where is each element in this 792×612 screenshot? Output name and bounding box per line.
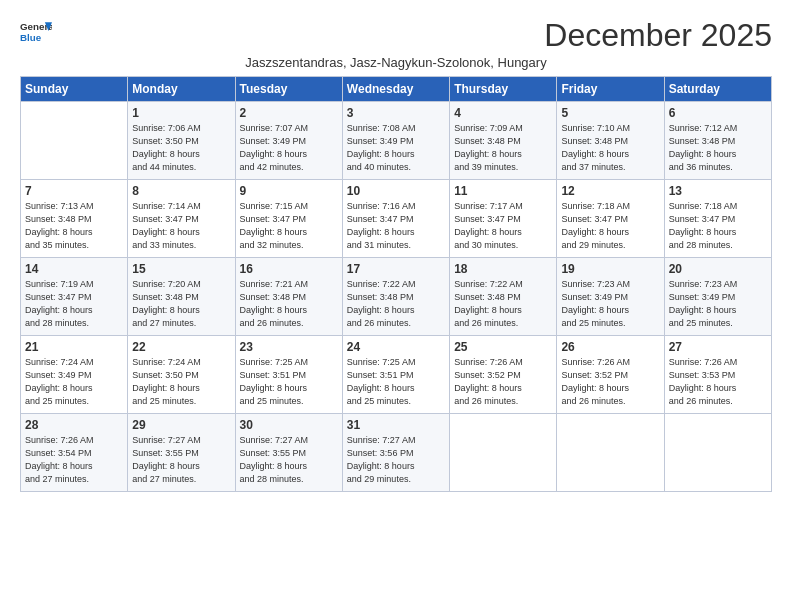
day-info: Sunrise: 7:08 AM Sunset: 3:49 PM Dayligh… [347,122,445,174]
calendar-cell: 6Sunrise: 7:12 AM Sunset: 3:48 PM Daylig… [664,102,771,180]
day-number: 2 [240,106,338,120]
day-info: Sunrise: 7:27 AM Sunset: 3:55 PM Dayligh… [240,434,338,486]
day-number: 29 [132,418,230,432]
calendar-cell: 26Sunrise: 7:26 AM Sunset: 3:52 PM Dayli… [557,336,664,414]
day-number: 24 [347,340,445,354]
calendar-week: 7Sunrise: 7:13 AM Sunset: 3:48 PM Daylig… [21,180,772,258]
calendar-cell: 2Sunrise: 7:07 AM Sunset: 3:49 PM Daylig… [235,102,342,180]
day-info: Sunrise: 7:16 AM Sunset: 3:47 PM Dayligh… [347,200,445,252]
header-day: Tuesday [235,77,342,102]
day-info: Sunrise: 7:25 AM Sunset: 3:51 PM Dayligh… [240,356,338,408]
day-number: 28 [25,418,123,432]
calendar-cell: 31Sunrise: 7:27 AM Sunset: 3:56 PM Dayli… [342,414,449,492]
day-number: 19 [561,262,659,276]
calendar-cell [557,414,664,492]
calendar-cell: 12Sunrise: 7:18 AM Sunset: 3:47 PM Dayli… [557,180,664,258]
calendar-week: 1Sunrise: 7:06 AM Sunset: 3:50 PM Daylig… [21,102,772,180]
day-number: 5 [561,106,659,120]
day-info: Sunrise: 7:15 AM Sunset: 3:47 PM Dayligh… [240,200,338,252]
calendar-cell: 3Sunrise: 7:08 AM Sunset: 3:49 PM Daylig… [342,102,449,180]
subtitle: Jaszszentandras, Jasz-Nagykun-Szolonok, … [20,55,772,70]
day-number: 14 [25,262,123,276]
day-number: 27 [669,340,767,354]
calendar-cell: 27Sunrise: 7:26 AM Sunset: 3:53 PM Dayli… [664,336,771,414]
calendar-cell: 19Sunrise: 7:23 AM Sunset: 3:49 PM Dayli… [557,258,664,336]
day-info: Sunrise: 7:07 AM Sunset: 3:49 PM Dayligh… [240,122,338,174]
calendar-cell [21,102,128,180]
calendar-cell: 21Sunrise: 7:24 AM Sunset: 3:49 PM Dayli… [21,336,128,414]
day-info: Sunrise: 7:18 AM Sunset: 3:47 PM Dayligh… [561,200,659,252]
day-number: 23 [240,340,338,354]
header: General Blue December 2025 [20,18,772,53]
calendar-cell [664,414,771,492]
day-number: 25 [454,340,552,354]
month-title: December 2025 [544,18,772,53]
header-day: Wednesday [342,77,449,102]
day-number: 11 [454,184,552,198]
calendar-cell: 20Sunrise: 7:23 AM Sunset: 3:49 PM Dayli… [664,258,771,336]
day-info: Sunrise: 7:26 AM Sunset: 3:54 PM Dayligh… [25,434,123,486]
day-number: 30 [240,418,338,432]
calendar-cell: 17Sunrise: 7:22 AM Sunset: 3:48 PM Dayli… [342,258,449,336]
day-info: Sunrise: 7:23 AM Sunset: 3:49 PM Dayligh… [669,278,767,330]
day-info: Sunrise: 7:10 AM Sunset: 3:48 PM Dayligh… [561,122,659,174]
logo: General Blue [20,18,52,46]
day-number: 3 [347,106,445,120]
day-number: 7 [25,184,123,198]
calendar-cell: 16Sunrise: 7:21 AM Sunset: 3:48 PM Dayli… [235,258,342,336]
svg-text:Blue: Blue [20,32,42,43]
day-number: 12 [561,184,659,198]
calendar-cell: 25Sunrise: 7:26 AM Sunset: 3:52 PM Dayli… [450,336,557,414]
header-day: Thursday [450,77,557,102]
day-info: Sunrise: 7:25 AM Sunset: 3:51 PM Dayligh… [347,356,445,408]
day-info: Sunrise: 7:27 AM Sunset: 3:55 PM Dayligh… [132,434,230,486]
day-number: 4 [454,106,552,120]
day-info: Sunrise: 7:21 AM Sunset: 3:48 PM Dayligh… [240,278,338,330]
day-info: Sunrise: 7:06 AM Sunset: 3:50 PM Dayligh… [132,122,230,174]
header-day: Sunday [21,77,128,102]
calendar-cell: 14Sunrise: 7:19 AM Sunset: 3:47 PM Dayli… [21,258,128,336]
logo-icon: General Blue [20,18,52,46]
day-number: 18 [454,262,552,276]
calendar-cell: 8Sunrise: 7:14 AM Sunset: 3:47 PM Daylig… [128,180,235,258]
title-block: December 2025 [544,18,772,53]
day-info: Sunrise: 7:12 AM Sunset: 3:48 PM Dayligh… [669,122,767,174]
day-info: Sunrise: 7:14 AM Sunset: 3:47 PM Dayligh… [132,200,230,252]
day-info: Sunrise: 7:26 AM Sunset: 3:53 PM Dayligh… [669,356,767,408]
calendar-cell: 9Sunrise: 7:15 AM Sunset: 3:47 PM Daylig… [235,180,342,258]
calendar-cell: 30Sunrise: 7:27 AM Sunset: 3:55 PM Dayli… [235,414,342,492]
day-info: Sunrise: 7:19 AM Sunset: 3:47 PM Dayligh… [25,278,123,330]
calendar-page: General Blue December 2025 Jaszszentandr… [0,0,792,502]
day-number: 15 [132,262,230,276]
day-number: 20 [669,262,767,276]
day-number: 8 [132,184,230,198]
calendar-cell: 28Sunrise: 7:26 AM Sunset: 3:54 PM Dayli… [21,414,128,492]
header-day: Saturday [664,77,771,102]
day-number: 16 [240,262,338,276]
day-number: 21 [25,340,123,354]
header-row: SundayMondayTuesdayWednesdayThursdayFrid… [21,77,772,102]
calendar-cell: 5Sunrise: 7:10 AM Sunset: 3:48 PM Daylig… [557,102,664,180]
day-info: Sunrise: 7:22 AM Sunset: 3:48 PM Dayligh… [454,278,552,330]
day-number: 13 [669,184,767,198]
header-day: Friday [557,77,664,102]
calendar-cell: 23Sunrise: 7:25 AM Sunset: 3:51 PM Dayli… [235,336,342,414]
calendar-cell: 18Sunrise: 7:22 AM Sunset: 3:48 PM Dayli… [450,258,557,336]
day-info: Sunrise: 7:09 AM Sunset: 3:48 PM Dayligh… [454,122,552,174]
calendar-week: 28Sunrise: 7:26 AM Sunset: 3:54 PM Dayli… [21,414,772,492]
calendar-cell: 22Sunrise: 7:24 AM Sunset: 3:50 PM Dayli… [128,336,235,414]
day-info: Sunrise: 7:24 AM Sunset: 3:49 PM Dayligh… [25,356,123,408]
calendar-table: SundayMondayTuesdayWednesdayThursdayFrid… [20,76,772,492]
day-info: Sunrise: 7:24 AM Sunset: 3:50 PM Dayligh… [132,356,230,408]
day-number: 1 [132,106,230,120]
calendar-cell: 15Sunrise: 7:20 AM Sunset: 3:48 PM Dayli… [128,258,235,336]
day-number: 31 [347,418,445,432]
calendar-cell: 1Sunrise: 7:06 AM Sunset: 3:50 PM Daylig… [128,102,235,180]
calendar-cell: 11Sunrise: 7:17 AM Sunset: 3:47 PM Dayli… [450,180,557,258]
day-info: Sunrise: 7:13 AM Sunset: 3:48 PM Dayligh… [25,200,123,252]
day-number: 10 [347,184,445,198]
day-info: Sunrise: 7:26 AM Sunset: 3:52 PM Dayligh… [454,356,552,408]
day-info: Sunrise: 7:23 AM Sunset: 3:49 PM Dayligh… [561,278,659,330]
day-number: 22 [132,340,230,354]
day-info: Sunrise: 7:26 AM Sunset: 3:52 PM Dayligh… [561,356,659,408]
